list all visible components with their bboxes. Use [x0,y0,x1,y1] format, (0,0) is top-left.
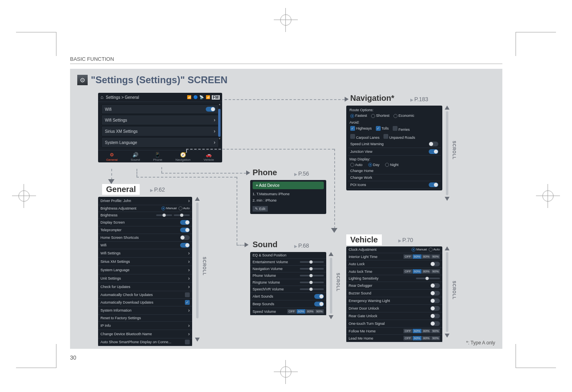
list-item[interactable]: Change Work [348,174,441,181]
list-item[interactable]: Auto Show SmartPhone Display on Conne... [98,338,192,346]
map-display-option[interactable]: Auto [350,163,363,167]
avoid-option[interactable]: ✓ Tolls [376,126,389,132]
list-item[interactable]: Follow Me HomeOFF60%80%90% [346,328,442,335]
list-item[interactable]: Auto lock TimeOFF60%80%90% [346,268,442,275]
list-item[interactable]: IP Info› [98,322,192,330]
list-item[interactable]: Wifi [101,104,219,114]
list-item[interactable]: Emergency Warning Light [346,297,442,305]
toggle-switch[interactable] [180,235,190,240]
list-item[interactable]: Alert Sounds [250,293,326,300]
toggle-switch[interactable] [429,142,438,146]
tab-sound[interactable]: 🔊Sound [131,152,140,162]
list-item[interactable]: Junction View [348,148,441,156]
list-item[interactable]: Sirius XM Settings› [98,258,192,266]
segment-control[interactable]: OFF60%80%90% [403,269,440,274]
list-item[interactable]: Check for Updates› [98,283,192,291]
toggle-switch[interactable] [206,107,215,112]
toggle-switch[interactable] [429,149,438,154]
map-display-option[interactable]: Day [368,163,380,167]
toggle-switch[interactable] [429,182,438,187]
toggle-switch[interactable] [430,298,440,303]
checkbox[interactable] [185,292,190,297]
slider[interactable] [300,288,324,290]
slider[interactable] [300,268,324,270]
list-item[interactable]: Speech/VR Volume [250,286,326,293]
segment-control[interactable]: OFF60%80%90% [287,309,324,314]
slider[interactable] [300,261,324,263]
toggle-switch[interactable] [180,220,190,225]
checkbox[interactable]: ✓ [185,300,190,305]
slider[interactable] [174,214,190,216]
list-item[interactable]: Automatically Download Updates✓ [98,299,192,306]
chevron-up-icon[interactable]: ˄ [218,104,221,108]
route-option[interactable]: Economic [393,114,414,118]
list-item[interactable]: Lead Me HomeOFF60%80%90% [346,335,442,342]
list-item[interactable]: Beep Sounds [250,300,326,308]
list-item[interactable]: Rear Gate Unlock [346,312,442,320]
list-item[interactable]: EQ & Sound Position [250,252,326,259]
list-item[interactable]: Brightness [98,212,192,219]
list-item[interactable]: Display Screen [98,219,192,226]
slider[interactable] [300,275,324,276]
list-item[interactable]: Driver Profile: John› [98,197,192,205]
list-item[interactable]: Wifi Settings› [101,115,219,125]
list-item[interactable]: POI Icons [348,181,441,189]
list-item[interactable]: Speed Limit Warning [348,140,441,148]
list-item[interactable]: Auto Lock [346,260,442,268]
list-item[interactable]: Lighting Sensitivity [346,275,442,282]
avoid-option[interactable]: Ferries [393,126,410,132]
segment-control[interactable]: OFF60%80%90% [403,329,440,333]
list-item[interactable]: Phone Volume [250,272,326,279]
slider[interactable] [300,282,324,283]
list-item[interactable]: Change Home [348,168,441,174]
slider[interactable] [156,214,172,216]
route-option[interactable]: Shortest [371,114,389,118]
checkbox[interactable] [185,340,190,344]
list-item[interactable]: Unit Settings› [98,274,192,283]
list-item[interactable]: Sirius XM Settings› [101,126,219,136]
list-item[interactable]: Change Device Bluetooth Name› [98,330,192,338]
list-item[interactable]: Speed VolumeOFF60%80%90% [250,308,326,315]
toggle-switch[interactable] [430,306,440,311]
toggle-switch[interactable] [430,321,440,326]
radio-group[interactable]: Manual Auto [411,248,440,252]
scrollbar-thumb[interactable] [218,109,221,137]
device-item[interactable]: 1. T.Matsumaru iPhone [253,192,289,196]
list-item[interactable]: Wifi [98,242,192,249]
list-item[interactable]: System Language› [98,266,192,274]
tab-vehicle[interactable]: 🚗Vehicle [204,152,214,162]
list-item[interactable]: One-touch Turn Signal [346,320,442,328]
list-item[interactable]: Ringtone Volume [250,279,326,286]
toggle-switch[interactable] [180,243,190,248]
map-display-option[interactable]: Night [385,163,399,167]
avoid-option[interactable]: Carpool Lanes [350,134,379,140]
avoid-option[interactable]: ✓ Highways [350,126,372,132]
slider[interactable] [416,278,440,279]
list-item[interactable]: Interior Light TimeOFF60%80%90% [346,253,442,260]
tab-navigation[interactable]: 🧭Navigation [175,152,191,162]
list-item[interactable]: Automatically Check for Updates [98,291,192,299]
toggle-switch[interactable] [314,302,324,306]
list-item[interactable]: Entertainment Volume [250,259,326,266]
list-item[interactable]: Buzzer Sound [346,290,442,297]
list-item[interactable]: Reset to Factory Settings [98,315,192,322]
toggle-switch[interactable] [314,294,324,299]
list-item[interactable]: Rear Defogger [346,282,442,290]
list-item[interactable]: Home Screen Shortcuts [98,234,192,242]
segment-control[interactable]: OFF60%80%90% [403,254,440,259]
list-item[interactable]: Teleprompter [98,226,192,234]
toggle-switch[interactable] [430,314,440,318]
list-item[interactable]: Wifi Settings› [98,249,192,258]
toggle-switch[interactable] [430,291,440,296]
segment-control[interactable]: OFF60%80%90% [403,336,440,340]
tab-general[interactable]: ⚙General [106,152,117,162]
tab-phone[interactable]: 📱Phone [153,152,162,162]
radio-group[interactable]: Manual Auto [161,206,190,210]
toggle-switch[interactable] [430,283,440,288]
toggle-switch[interactable] [180,228,190,232]
list-item[interactable]: System Information› [98,306,192,315]
list-item[interactable]: Clock Adjustment Manual Auto [346,246,442,253]
list-item[interactable]: System Language› [101,137,219,148]
toggle-switch[interactable] [430,262,440,266]
route-option[interactable]: Fastest [350,114,367,118]
